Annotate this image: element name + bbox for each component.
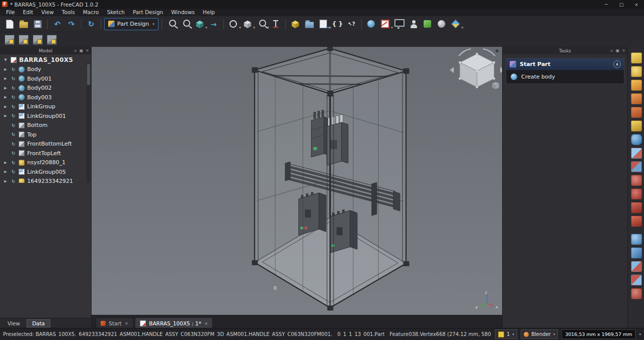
close-button[interactable]: ×: [629, 0, 644, 9]
tree-item-body[interactable]: ▶ ↻ Body: [0, 65, 91, 75]
expand-arrow-icon[interactable]: ▶: [3, 179, 8, 183]
close-tab-icon[interactable]: ×: [125, 321, 129, 326]
tree-item-linkgroup[interactable]: ▶ ↻ LinkGroup: [0, 102, 91, 112]
expand-arrow-icon[interactable]: ▼: [3, 58, 8, 62]
mirrored-button[interactable]: [631, 247, 642, 258]
shape-tool-button[interactable]: [435, 18, 448, 30]
expand-arrow-icon[interactable]: ▶: [3, 114, 8, 118]
dock-panel-icon[interactable]: ▣: [79, 48, 84, 53]
3d-scene[interactable]: 0: [92, 47, 502, 315]
refresh-button[interactable]: ↻: [85, 18, 98, 30]
tree-item-document[interactable]: ▼ BARRAS_100X5: [0, 55, 91, 65]
tasks-panel-header[interactable]: Tasks ▫ ▣ ×: [503, 47, 627, 54]
subtractive-primitive-button[interactable]: ▾: [631, 216, 642, 227]
tab-start-page[interactable]: Start ×: [96, 317, 133, 328]
local-cs-button[interactable]: [45, 34, 58, 46]
minimize-button[interactable]: ─: [599, 0, 614, 9]
cabinet-model[interactable]: [252, 47, 409, 310]
expression-editor-button[interactable]: { }: [331, 18, 344, 30]
title-bar[interactable]: F * BARRAS_100X5 - FreeCAD 1.0.2 ─ □ ×: [0, 0, 644, 9]
collapse-section-icon[interactable]: ∧: [613, 60, 621, 68]
maximize-button[interactable]: □: [614, 0, 629, 9]
workbench-selector[interactable]: Part Design ▾: [104, 18, 158, 30]
menu-sketch[interactable]: Sketch: [103, 9, 129, 16]
tree-item-bottom[interactable]: ↻ Bottom: [0, 121, 91, 130]
save-document-button[interactable]: [31, 18, 44, 30]
additive-pipe-button[interactable]: [631, 93, 642, 104]
tree-item-top[interactable]: ↻ Top: [0, 130, 91, 140]
tree-item-nsysf20880[interactable]: ▶ ↻ nsysf20880_1: [0, 158, 91, 168]
additive-primitive-button[interactable]: ▾: [631, 120, 642, 131]
tree-item-frontbottomleft[interactable]: ↻ FrontBottomLeft: [0, 140, 91, 149]
zoom-selection-button[interactable]: [179, 18, 192, 30]
tree-item-linkgroup005[interactable]: ▶ ↻ LinkGroup005: [0, 167, 91, 177]
expand-arrow-icon[interactable]: ▶: [3, 67, 8, 72]
expand-arrow-icon[interactable]: ▶: [3, 77, 8, 81]
tab-data[interactable]: Data: [27, 319, 50, 327]
layer-selector[interactable]: 1 ▾: [495, 329, 517, 339]
menu-file[interactable]: File: [2, 9, 19, 16]
navigation-style-selector[interactable]: Blender ▾: [521, 329, 558, 339]
expand-arrow-icon[interactable]: ▶: [3, 161, 8, 165]
create-part-button[interactable]: [289, 18, 302, 30]
isometric-view-button[interactable]: ▾: [193, 18, 206, 30]
polar-pattern-button[interactable]: [631, 275, 642, 286]
tree-item-1649233342921[interactable]: ▶ ↻ 1649233342921: [0, 177, 91, 183]
create-body-task[interactable]: Create body: [506, 70, 624, 84]
tree-scrollbar-thumb[interactable]: [87, 64, 90, 85]
menu-help[interactable]: Help: [199, 9, 219, 16]
pad-button[interactable]: [631, 52, 642, 63]
tree-item-linkgroup001[interactable]: ▶ ↻ LinkGroup001: [0, 111, 91, 121]
measure-button[interactable]: [269, 18, 282, 30]
draft-button[interactable]: [631, 161, 642, 172]
groove-button[interactable]: [631, 202, 642, 213]
new-document-button[interactable]: [3, 18, 16, 30]
expand-arrow-icon[interactable]: ▶: [3, 170, 8, 174]
user-tools-button[interactable]: [407, 18, 420, 30]
view-section-button[interactable]: [393, 18, 406, 30]
revolution-button[interactable]: [631, 66, 642, 77]
create-body-button[interactable]: [365, 18, 378, 30]
multitransform-button[interactable]: ▾: [631, 288, 642, 299]
menu-tools[interactable]: Tools: [58, 9, 79, 16]
menu-windows[interactable]: Windows: [167, 9, 199, 16]
model-panel-header[interactable]: Model ▫ ▣ ×: [0, 47, 91, 54]
draw-style-button[interactable]: ▾: [227, 18, 240, 30]
tree-item-body003[interactable]: ▶ ↻ Body003: [0, 93, 91, 102]
float-panel-icon[interactable]: ▫: [610, 48, 613, 53]
tree-item-body001[interactable]: ▶ ↻ Body001: [0, 74, 91, 84]
whats-this-button[interactable]: ↖?: [345, 18, 358, 30]
close-panel-icon[interactable]: ×: [622, 48, 625, 53]
expand-arrow-icon[interactable]: ▶: [3, 105, 8, 109]
open-document-button[interactable]: [17, 18, 30, 30]
pocket-button[interactable]: [631, 175, 642, 186]
menu-part-design[interactable]: Part Design: [129, 9, 167, 16]
linear-pattern-button[interactable]: [631, 261, 642, 272]
3d-viewport[interactable]: 0: [92, 47, 502, 315]
tree-item-fronttopleft[interactable]: ↻ FrontTopLeft: [0, 149, 91, 158]
hole-button[interactable]: [631, 188, 642, 199]
additive-loft-button[interactable]: [631, 80, 642, 91]
menu-edit[interactable]: Edit: [19, 9, 37, 16]
expand-arrow-icon[interactable]: ▶: [3, 95, 8, 99]
standard-views-button[interactable]: ▾: [241, 18, 254, 30]
datum-point-button[interactable]: [31, 34, 44, 46]
datum-tools-button[interactable]: ▾: [449, 18, 462, 30]
transformed-button[interactable]: [631, 234, 642, 245]
tree-scrollbar[interactable]: [87, 63, 91, 183]
expand-arrow-icon[interactable]: ▶: [3, 86, 8, 90]
export-button[interactable]: ▾: [317, 18, 330, 30]
tree-item-body002[interactable]: ▶ ↻ Body002: [0, 84, 91, 93]
chamfer-button[interactable]: [631, 148, 642, 159]
float-panel-icon[interactable]: ▫: [74, 48, 76, 53]
datum-line-button[interactable]: [17, 34, 30, 46]
zoom-fit-all-button[interactable]: [165, 18, 178, 30]
fillet-button[interactable]: [631, 134, 642, 145]
additive-helix-button[interactable]: [631, 107, 642, 118]
undo-button[interactable]: ↶: [51, 18, 64, 30]
go-to-linked-object-button[interactable]: →: [207, 18, 220, 30]
validate-tool-button[interactable]: [421, 18, 434, 30]
menu-view[interactable]: View: [37, 9, 58, 16]
start-part-section-header[interactable]: Start Part ∧: [506, 58, 624, 70]
tab-document-barras[interactable]: BARRAS_100X5 : 1* ×: [135, 317, 213, 328]
